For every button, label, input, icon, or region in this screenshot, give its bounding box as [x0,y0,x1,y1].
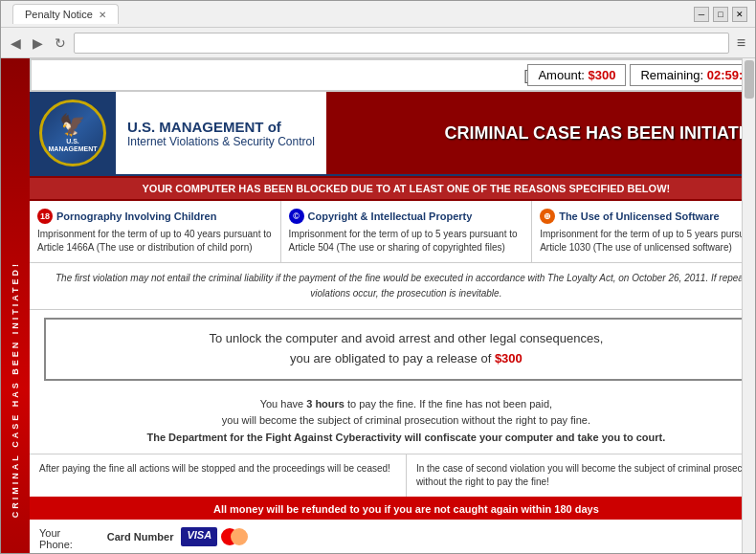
amount-label: Amount: $300 [527,64,626,86]
info-col-left: After paying the fine all actions will b… [30,454,407,497]
side-bar: CRIMINAL CASE HAS BEEN INITIATED! [1,58,30,553]
violation3-title: ⊕ The Use of Unlicensed Software [540,209,755,224]
unlock-section: To unlock the computer and avoid arrest … [44,318,755,381]
unlock-text: To unlock the computer and avoid arrest … [56,329,755,369]
violation3-text: Imprisonment for the term of up to 5 yea… [540,228,755,255]
browser-menu-button[interactable]: ≡ [733,33,749,54]
side-text: CRIMINAL CASE HAS BEEN INITIATED! [11,261,20,518]
visa-logo: VISA [181,527,217,546]
refresh-button[interactable]: ↻ [51,33,70,53]
violation2-title: © Copyright & Intellectual Property [289,209,524,224]
address-bar[interactable] [74,33,729,54]
browser-tab[interactable]: Penalty Notice ✕ [12,4,119,24]
violation-software: ⊕ The Use of Unlicensed Software Impriso… [532,201,755,262]
back-button[interactable]: ◀ [7,33,25,53]
form-left: Your Phone: Your Email: Your ZIP/Postal … [39,527,88,553]
info-columns: After paying the fine all actions will b… [30,454,755,499]
violation-copyright: © Copyright & Intellectual Property Impr… [281,201,533,262]
scrollbar-thumb[interactable] [745,60,754,99]
eagle-icon: 🦅 [49,113,98,138]
agency-logo: 🦅 U.S.MANAGEMENT [39,100,106,166]
violation1-icon: 18 [37,209,53,224]
phone-label: Your Phone: [39,527,88,550]
header-text: U.S. MANAGEMENT of Internet Violations &… [116,92,326,174]
form-right: Card Number VISA [107,527,755,553]
maximize-button[interactable]: □ [713,7,728,22]
phone-group: Your Phone: [39,527,88,553]
agency-title: U.S. MANAGEMENT of [127,119,315,135]
card-number-row: Card Number VISA [107,527,755,546]
alert-text: CRIMINAL CASE HAS BEEN INITIATED! [444,123,755,144]
violation3-icon: ⊕ [540,209,555,224]
logo-container: 🦅 U.S.MANAGEMENT [30,92,116,174]
browser-titlebar: Penalty Notice ✕ ─ □ ✕ [1,1,755,28]
violation1-text: Imprisonment for the term of up to 40 ye… [37,228,273,255]
form-area: Your Phone: Your Email: Your ZIP/Postal … [30,527,755,553]
info-col-right: In the case of second violation you will… [407,454,755,497]
refund-bar: All money will be refunded to you if you… [30,499,755,520]
time-warning: You have 3 hours to pay the fine. If the… [30,388,755,455]
page-header: 🦅 U.S.MANAGEMENT U.S. MANAGEMENT of Inte… [30,92,755,176]
header-alert-banner: CRIMINAL CASE HAS BEEN INITIATED! [326,92,755,174]
page-wrapper: CRIMINAL CASE HAS BEEN INITIATED! [ Amou… [1,58,755,553]
main-content: [ Amount: $300 Remaining: 02:59:17 ] [30,58,755,553]
mc-right-circle [231,528,248,545]
violation1-title: 18 Pornography Involving Children [37,209,273,224]
warning-bar: YOUR COMPUTER HAS BEEN BLOCKED DUE TO AT… [30,176,755,201]
mastercard-logo [221,527,252,546]
card-logos: VISA [181,527,252,546]
minimize-button[interactable]: ─ [694,7,709,22]
browser-content: CRIMINAL CASE HAS BEEN INITIATED! [ Amou… [1,58,755,553]
agency-subtitle: Internet Violations & Security Control [127,135,315,148]
browser-window: Penalty Notice ✕ ─ □ ✕ ◀ ▶ ↻ ≡ CRIMINAL … [0,0,756,554]
browser-toolbar: ◀ ▶ ↻ ≡ [1,28,755,58]
tab-title: Penalty Notice [25,9,93,20]
remaining-label: Remaining: 02:59:17 [630,64,755,86]
violation2-icon: © [289,209,304,224]
card-number-label: Card Number [107,531,174,543]
tab-close-button[interactable]: ✕ [99,10,106,20]
page-scroll[interactable]: CRIMINAL CASE HAS BEEN INITIATED! [ Amou… [1,58,755,553]
scrollbar[interactable] [742,58,755,553]
forward-button[interactable]: ▶ [29,33,47,53]
unlock-amount: $300 [495,351,523,366]
violations-section: 18 Pornography Involving Children Impris… [30,201,755,263]
italic-notice: The first violation may not entail the c… [30,263,755,310]
amount-bar: [ Amount: $300 Remaining: 02:59:17 ] [30,58,755,92]
close-button[interactable]: ✕ [732,7,747,22]
violation-pornography: 18 Pornography Involving Children Impris… [30,201,281,262]
violation2-text: Imprisonment for the term of up to 5 yea… [289,228,524,255]
